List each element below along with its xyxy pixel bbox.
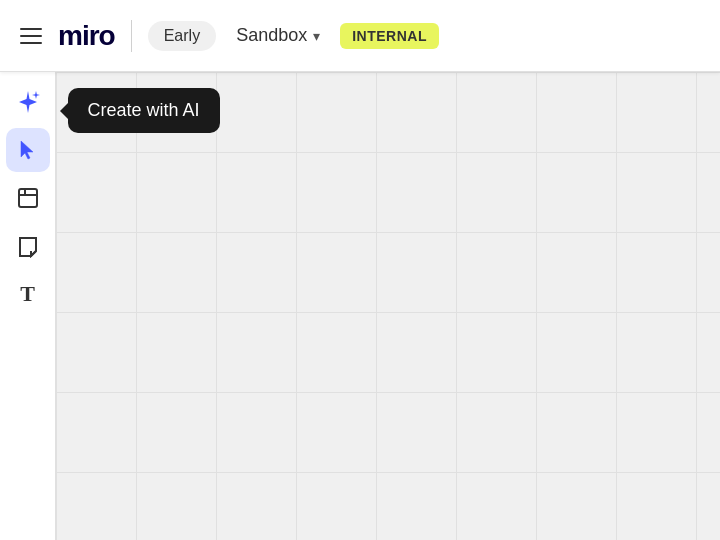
sidebar-item-frames[interactable] [6,176,50,220]
menu-button[interactable] [16,24,46,48]
header: miro Early Sandbox ▾ INTERNAL [0,0,720,72]
canvas-area[interactable] [56,72,720,540]
sidebar-item-cursor[interactable] [6,128,50,172]
sidebar-item-text[interactable]: T [6,272,50,316]
frames-icon [16,186,40,210]
sparkle-icon [14,88,42,116]
miro-logo: miro [58,20,115,52]
header-divider [131,20,132,52]
early-badge: Early [148,21,216,51]
internal-badge: INTERNAL [340,23,439,49]
cursor-icon [16,138,40,162]
text-tool-icon: T [20,281,35,307]
sandbox-label: Sandbox [236,25,307,46]
sidebar-item-ai[interactable]: Create with AI [6,80,50,124]
svg-rect-0 [19,189,37,207]
sidebar-item-sticky[interactable] [6,224,50,268]
sandbox-dropdown[interactable]: Sandbox ▾ [228,21,328,50]
sticky-note-icon [16,234,40,258]
sidebar: Create with AI T [0,72,56,540]
chevron-down-icon: ▾ [313,28,320,44]
